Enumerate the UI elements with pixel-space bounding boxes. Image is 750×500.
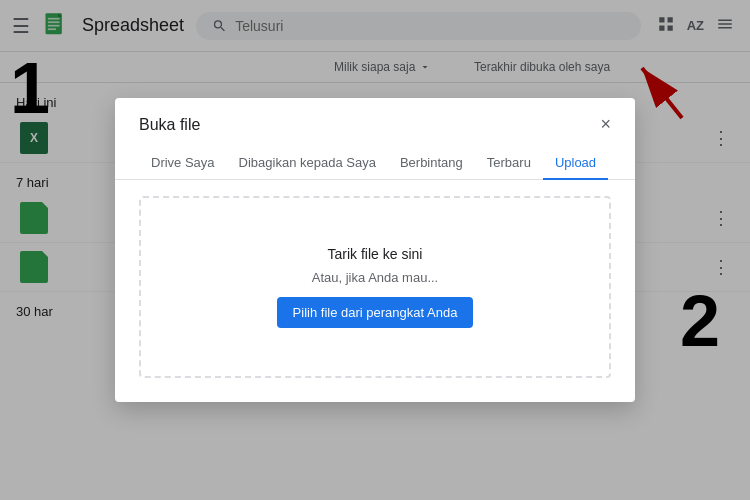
- select-file-button[interactable]: Pilih file dari perangkat Anda: [277, 297, 474, 328]
- upload-or-text: Atau, jika Anda mau...: [312, 270, 438, 285]
- modal-close-button[interactable]: ×: [600, 114, 611, 135]
- open-file-modal: Buka file × Drive Saya Dibagikan kepada …: [115, 98, 635, 402]
- modal-body: Tarik file ke sini Atau, jika Anda mau..…: [115, 180, 635, 402]
- tab-terbaru[interactable]: Terbaru: [475, 147, 543, 180]
- modal-header: Buka file ×: [115, 98, 635, 135]
- tab-dibagikan[interactable]: Dibagikan kepada Saya: [227, 147, 388, 180]
- upload-main-text: Tarik file ke sini: [328, 246, 423, 262]
- modal-tabs: Drive Saya Dibagikan kepada Saya Berbint…: [115, 147, 635, 180]
- tab-berbintang[interactable]: Berbintang: [388, 147, 475, 180]
- modal-title: Buka file: [139, 116, 200, 134]
- tab-upload[interactable]: Upload: [543, 147, 608, 180]
- upload-drop-area[interactable]: Tarik file ke sini Atau, jika Anda mau..…: [139, 196, 611, 378]
- tab-drive-saya[interactable]: Drive Saya: [139, 147, 227, 180]
- modal-overlay[interactable]: Buka file × Drive Saya Dibagikan kepada …: [0, 0, 750, 500]
